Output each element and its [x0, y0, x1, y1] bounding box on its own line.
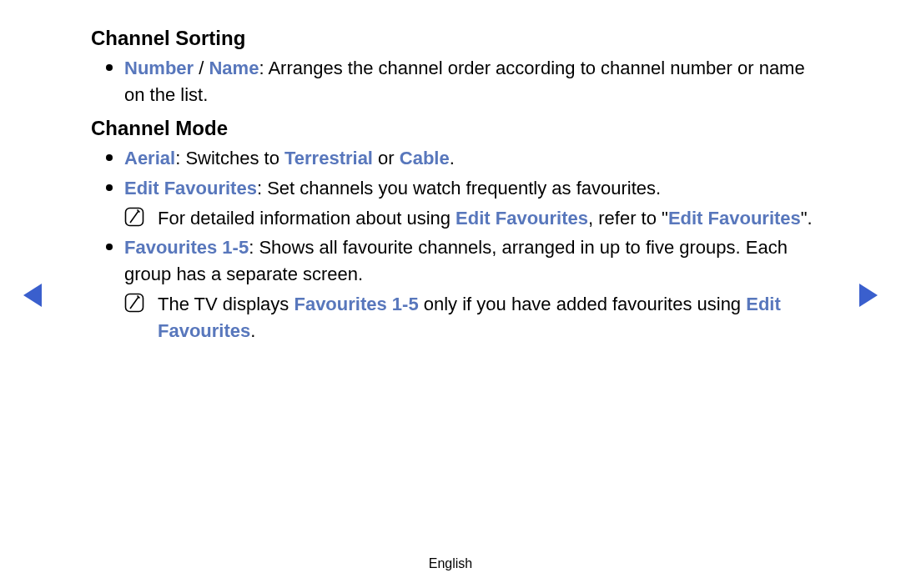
text: . — [250, 320, 255, 341]
text: . — [450, 148, 455, 168]
list-item: Favourites 1-5: Shows all favourite chan… — [91, 234, 825, 288]
text: or — [373, 148, 400, 168]
keyword-favourites-1-5: Favourites 1-5 — [124, 237, 249, 258]
list-item: Aerial: Switches to Terrestrial or Cable… — [91, 145, 825, 172]
list-item: Number / Name: Arranges the channel orde… — [91, 55, 825, 108]
note-item: For detailed information about using Edi… — [91, 205, 825, 232]
text: only if you have added favourites using — [419, 294, 747, 314]
keyword-edit-favourites-ref: Edit Favourites — [668, 208, 801, 229]
heading-channel-mode: Channel Mode — [91, 117, 825, 140]
text: : Switches to — [175, 148, 284, 168]
keyword-edit-favourites: Edit Favourites — [124, 178, 257, 199]
note-icon — [124, 293, 144, 313]
footer-language: English — [0, 556, 901, 571]
nav-prev-icon[interactable] — [23, 284, 42, 307]
bullet-icon — [106, 154, 113, 161]
keyword-number: Number — [124, 58, 194, 78]
text: The TV displays — [158, 294, 294, 314]
text: ". — [801, 208, 813, 229]
text: , refer to " — [588, 208, 668, 229]
list-channel-mode: Aerial: Switches to Terrestrial or Cable… — [91, 145, 825, 344]
keyword-name: Name — [209, 58, 259, 78]
nav-next-icon[interactable] — [859, 284, 878, 307]
note-item: The TV displays Favourites 1-5 only if y… — [91, 291, 825, 344]
keyword-favourites-1-5: Favourites 1-5 — [294, 294, 418, 314]
keyword-edit-favourites: Edit Favourites — [456, 208, 588, 229]
list-channel-sorting: Number / Name: Arranges the channel orde… — [91, 55, 825, 108]
keyword-terrestrial: Terrestrial — [284, 148, 373, 168]
heading-channel-sorting: Channel Sorting — [91, 27, 825, 50]
keyword-cable: Cable — [400, 148, 450, 168]
page-content: Channel Sorting Number / Name: Arranges … — [91, 20, 825, 353]
note-icon — [124, 207, 144, 227]
text: For detailed information about using — [158, 208, 456, 229]
bullet-icon — [106, 64, 113, 71]
bullet-icon — [106, 244, 113, 250]
text: / — [194, 58, 209, 78]
list-item: Edit Favourites: Set channels you watch … — [91, 175, 825, 202]
text: : Set channels you watch frequently as f… — [257, 178, 661, 199]
keyword-aerial: Aerial — [124, 148, 175, 168]
bullet-icon — [106, 184, 113, 191]
